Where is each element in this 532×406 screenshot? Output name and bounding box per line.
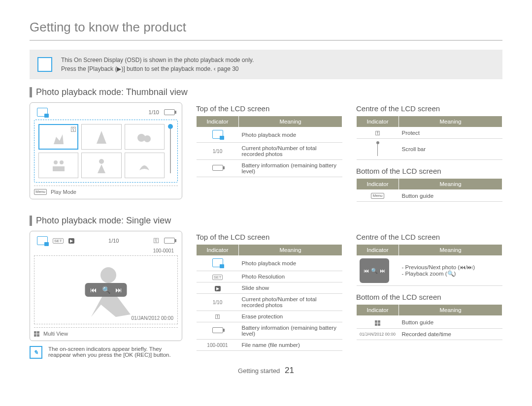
table-centre-single: Indicator Meaning ⏮🔍⏭ - Previous/Next ph… [356, 244, 502, 286]
th-indicator: Indicator [357, 179, 399, 190]
footer-label: Multi View [43, 331, 68, 337]
lock-icon [70, 126, 76, 133]
grid-icon [34, 331, 39, 337]
footer-section: Getting started [238, 367, 280, 375]
cell: Button guide [399, 190, 502, 202]
table-top: Indicator Meaning Photo playback mode 1/… [196, 116, 342, 177]
count-label: 1/10 [108, 238, 119, 244]
info-bar: This On Screen Display (OSD) is shown in… [30, 50, 502, 79]
photo-mode-icon [37, 108, 48, 117]
count-label: 1/10 [149, 109, 159, 115]
thumbnail[interactable] [81, 124, 121, 150]
photo-mode-icon [212, 130, 223, 139]
section-heading-thumbnail: Photo playback mode: Thumbnail view [30, 87, 502, 97]
lcd-single-view: SET ▶ 1/10 100-0001 ⏮ 🔍 ⏭ 01/JAN/2012 00… [30, 231, 182, 341]
cell: Photo playback mode [239, 127, 342, 143]
cell: 100-0001 [197, 340, 239, 351]
th-meaning: Meaning [399, 305, 502, 316]
th-indicator: Indicator [197, 245, 239, 256]
cell: Protect [399, 127, 502, 139]
th-indicator: Indicator [197, 116, 239, 127]
file-number: 100-0001 [34, 248, 178, 253]
lock-icon [153, 237, 159, 244]
th-indicator: Indicator [357, 305, 399, 316]
thumbnail[interactable] [125, 124, 165, 150]
next-icon[interactable]: ⏭ [115, 286, 122, 294]
photo-mode-icon [37, 236, 48, 245]
svg-point-6 [100, 267, 116, 283]
svg-rect-2 [53, 166, 65, 171]
thumbnail[interactable] [38, 124, 78, 150]
playback-controls[interactable]: ⏮ 🔍 ⏭ [85, 283, 127, 297]
battery-icon [212, 327, 223, 333]
cell: 01/JAN/2012 00:00 [357, 329, 399, 340]
resolution-icon: SET [212, 275, 223, 280]
cell: Scroll bar [399, 139, 502, 160]
zoom-icon[interactable]: 🔍 [102, 286, 110, 294]
info-line-2: Press the [Playback (▶)] button to set t… [61, 64, 254, 73]
page-title: Getting to know the product [30, 20, 502, 41]
photo-frame-icon [37, 57, 52, 72]
cell: Recorded date/time [399, 329, 502, 340]
cell: File name (file number) [239, 340, 342, 351]
th-meaning: Meaning [239, 116, 342, 127]
thumbnail[interactable] [125, 153, 165, 178]
menu-icon: Menu [371, 193, 384, 199]
subhead-centre: Centre of the LCD screen [356, 104, 502, 113]
slideshow-icon: ▶ [68, 238, 74, 244]
cell: Current photo/Number of total recorded p… [239, 143, 342, 160]
subhead-bottom: Bottom of the LCD screen [356, 293, 502, 301]
th-meaning: Meaning [399, 179, 502, 190]
th-meaning: Meaning [399, 245, 502, 256]
cell: - Previous/Next photo (⏮/⏭) - Playback z… [399, 256, 502, 286]
subhead-bottom: Bottom of the LCD screen [356, 167, 502, 175]
svg-point-3 [54, 160, 58, 164]
scroll-icon [357, 139, 399, 160]
resolution-icon: SET [53, 238, 64, 244]
svg-point-4 [60, 160, 64, 164]
cell: Button guide [399, 316, 502, 329]
cell: 1/10 [197, 294, 239, 311]
table-top-single: Indicator Meaning Photo playback mode SE… [196, 244, 342, 351]
cell: Photo playback mode [239, 256, 342, 271]
subhead-top: Top of the LCD screen [196, 104, 342, 113]
photo-mode-icon [212, 258, 223, 267]
lock-icon: ⚿ [357, 127, 399, 139]
th-meaning: Meaning [239, 245, 342, 256]
th-indicator: Indicator [357, 116, 399, 127]
table-centre: Indicator Meaning ⚿Protect Scroll bar [356, 116, 502, 160]
th-indicator: Indicator [357, 245, 399, 256]
menu-icon: Menu [34, 189, 47, 195]
cell: Slide show [239, 282, 342, 294]
section-heading-single: Photo playback mode: Single view [30, 216, 502, 226]
lock-icon: ⚿ [197, 311, 239, 322]
svg-point-1 [144, 135, 151, 142]
prev-icon[interactable]: ⏮ [90, 286, 97, 294]
cell: Photo Resolution [239, 271, 342, 282]
battery-icon [164, 238, 175, 244]
slideshow-icon: ▶ [215, 286, 221, 291]
thumbnail[interactable] [81, 153, 121, 178]
table-bottom: Indicator Meaning MenuButton guide [356, 178, 502, 202]
cell: Battery information (remaining battery l… [239, 322, 342, 340]
subhead-centre: Centre of the LCD screen [356, 233, 502, 241]
playback-controls-icon: ⏮🔍⏭ [360, 258, 389, 283]
cell: Battery information (remaining battery l… [239, 160, 342, 177]
info-line-1: This On Screen Display (OSD) is shown in… [61, 56, 254, 64]
svg-point-5 [99, 159, 104, 164]
note-text: The on-screen indicators appear briefly.… [48, 346, 182, 358]
th-meaning: Meaning [399, 116, 502, 127]
subhead-top: Top of the LCD screen [196, 233, 342, 241]
note-icon: ✎ [30, 346, 42, 359]
lcd-thumbnail-view: 1/10 [30, 102, 182, 199]
grid-icon [375, 320, 380, 326]
thumbnail[interactable] [38, 153, 78, 178]
scrollbar[interactable] [167, 124, 173, 178]
page-number: 21 [285, 366, 294, 375]
battery-icon [164, 109, 175, 115]
footer-label: Play Mode [51, 189, 76, 195]
page-footer: Getting started 21 [30, 366, 502, 375]
cell: 1/10 [197, 143, 239, 160]
table-bottom-single: Indicator Meaning Button guide 01/JAN/20… [356, 304, 502, 340]
cell: Current photo/Number of total recorded p… [239, 294, 342, 311]
